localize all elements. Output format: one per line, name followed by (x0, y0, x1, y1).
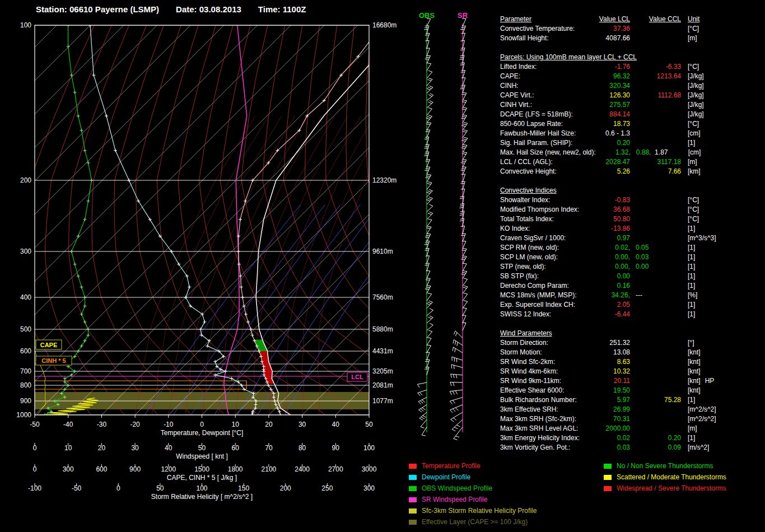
table-row: STP (new, old):0.00,0.00[1] (500, 262, 764, 272)
sr-wind-column-barbs (450, 18, 468, 440)
table-section: Parcels: Using 100mB mean layer LCL + CC… (500, 48, 764, 62)
svg-text:300: 300 (363, 484, 375, 492)
cape-axis: 03006009001200150018002100240027003000CA… (33, 464, 377, 482)
svg-text:1077m: 1077m (372, 397, 393, 405)
legend-label: Effective Layer (CAPE >= 100 J/kg) (422, 518, 528, 526)
table-gap (500, 176, 764, 181)
legend-swatch (409, 508, 417, 514)
svg-text:-100: -100 (28, 484, 41, 492)
svg-text:50: 50 (365, 421, 373, 428)
legend-item-profile: Sfc-3km Storm Relative Helicity Profile (409, 505, 537, 516)
table-row: CINH Virt.:275.57[J/kg] (500, 100, 764, 110)
table-row: Derecho Comp Param:0.16[1] (500, 281, 764, 291)
dewpoint-profile (90, 25, 256, 415)
svg-text:-30: -30 (97, 421, 107, 428)
svg-text:800: 800 (20, 381, 31, 389)
legend-label: Temperature Profile (422, 462, 481, 470)
svg-text:600: 600 (96, 465, 107, 473)
inset-labels: CAPECINH * 5LCL (36, 340, 367, 381)
svg-text:400: 400 (20, 293, 31, 301)
table-row: Convective Temperature:37.36[°C] (500, 24, 764, 34)
table-row: 3km Effective SRH:26.99[m^2/s^2] (500, 405, 764, 414)
obs-wind-column-barbs (417, 18, 433, 436)
svg-text:500: 500 (20, 325, 31, 333)
legend-swatch (409, 520, 417, 525)
legend-swatch (604, 464, 612, 469)
svg-text:Storm Relative Helicity [ m^2/: Storm Relative Helicity [ m^2/s^2 ] (151, 493, 253, 501)
svg-text:5880m: 5880m (372, 325, 393, 333)
svg-text:12320m: 12320m (372, 176, 397, 184)
legend-swatch (604, 486, 612, 491)
table-row: 850-600 Lapse Rate:18.73[°C] (500, 119, 764, 129)
svg-text:9610m: 9610m (372, 248, 393, 255)
table-gap (500, 43, 764, 48)
legend-swatch (409, 497, 417, 502)
table-row: MCS 18m/s (MMP, MSP):34.26,---[%] (500, 291, 764, 300)
legend-label: No / Non Severe Thunderstorms (617, 462, 713, 470)
legend-item-profile: SR Windspeed Profile (409, 494, 537, 505)
svg-text:-10: -10 (164, 421, 174, 428)
profile-legend: Temperature ProfileDewpoint ProfileOBS W… (409, 460, 537, 528)
svg-text:700: 700 (20, 367, 31, 375)
svg-text:100: 100 (363, 444, 375, 452)
table-row: Lifted Index:-1.76-6.33[°C] (500, 62, 764, 72)
altitude-labels: 16680m12320m9610m7560m5880m4431m3205m208… (372, 21, 397, 405)
severity-legend: No / Non Severe ThunderstormsScattered /… (604, 460, 726, 494)
table-row: Convective Height:5.267.66[km] (500, 167, 764, 176)
inset-label-text: CAPE (40, 342, 58, 348)
table-row: Max. Hail Size (new, new2, old):1.32,0.8… (500, 148, 764, 157)
table-row: Snowfall Height:4087.66[m] (500, 34, 764, 43)
plot-area (0, 24, 498, 417)
svg-text:40: 40 (165, 444, 172, 452)
table-row: Max 3km SRH (Sfc-2km):70.31[m^2/s^2] (500, 414, 764, 424)
svg-text:300: 300 (63, 465, 74, 473)
table-row: Total Totals Index:50.80[°C] (500, 214, 764, 224)
table-row: Sig. Hail Param. (SHIP):0.20[1] (500, 138, 764, 148)
table-row: Effective Shear 6000:19.50[knt] (500, 386, 764, 395)
table-row: CAPE Virt.:126.301112.68[J/kg] (500, 91, 764, 100)
inset-label-text: LCL (351, 374, 363, 380)
svg-text:2700: 2700 (328, 465, 343, 473)
legend-item-profile: OBS Windspeed Profile (409, 483, 537, 494)
legend-label: SR Windspeed Profile (422, 496, 487, 503)
svg-text:900: 900 (129, 465, 141, 473)
svg-text:0: 0 (33, 465, 37, 473)
table-row: SCP RM (new, old):0.02,0.05[1] (500, 243, 764, 253)
svg-text:-50: -50 (72, 484, 82, 492)
svg-text:1000: 1000 (16, 411, 31, 419)
svg-text:20: 20 (265, 421, 273, 428)
svg-text:10: 10 (232, 421, 240, 428)
inset-label-text: CINH * 5 (41, 357, 66, 364)
table-row: SR Wind 4km-6km:10.32[knt] (500, 367, 764, 376)
svg-text:600: 600 (20, 347, 31, 355)
sr-wind-column: SR (450, 11, 468, 440)
svg-text:200: 200 (20, 176, 31, 184)
svg-text:40: 40 (332, 421, 340, 428)
svg-text:-20: -20 (130, 421, 140, 428)
svg-text:300: 300 (20, 248, 31, 255)
srh-axis: -100-50050100150200250300Storm Relative … (28, 483, 375, 501)
legend-label: Dewpoint Profile (422, 473, 470, 481)
table-row: Storm Direction:251.32[°] (500, 338, 764, 348)
table-row: LCL / CCL (AGL):2028.473117.18[m] (500, 157, 764, 167)
skewt-diagram: CAPECINH * 5LCL1002003004005006007008009… (0, 0, 498, 532)
legend-item-profile: Dewpoint Profile (409, 472, 537, 483)
svg-text:0: 0 (33, 444, 37, 452)
table-row: 3km Vorticity Gen. Pot.:0.030.09[m/s^2] (500, 443, 764, 452)
svg-text:1800: 1800 (228, 465, 243, 473)
svg-text:100: 100 (20, 21, 31, 29)
table-row: DCAPE (LFS = 518mB):884.14[J/kg] (500, 110, 764, 119)
table-section: Convective Indices (500, 181, 764, 195)
table-row: Showalter Index:-0.83[°C] (500, 195, 764, 205)
svg-text:100: 100 (196, 484, 207, 492)
svg-text:30: 30 (298, 421, 306, 428)
table-row: Fawbush-Miller Hail Size:0.6 - 1.3[cm] (500, 129, 764, 138)
legend-label: Sfc-3km Storm Relative Helicity Profile (422, 507, 537, 515)
table-gap (500, 319, 764, 324)
svg-text:200: 200 (280, 484, 291, 492)
svg-text:16680m: 16680m (372, 21, 397, 29)
legend-label: Scattered / Moderate Thunderstorms (617, 473, 726, 481)
svg-text:50: 50 (198, 444, 206, 452)
svg-text:150: 150 (238, 484, 249, 492)
legend-item-severity: No / Non Severe Thunderstorms (604, 460, 726, 472)
